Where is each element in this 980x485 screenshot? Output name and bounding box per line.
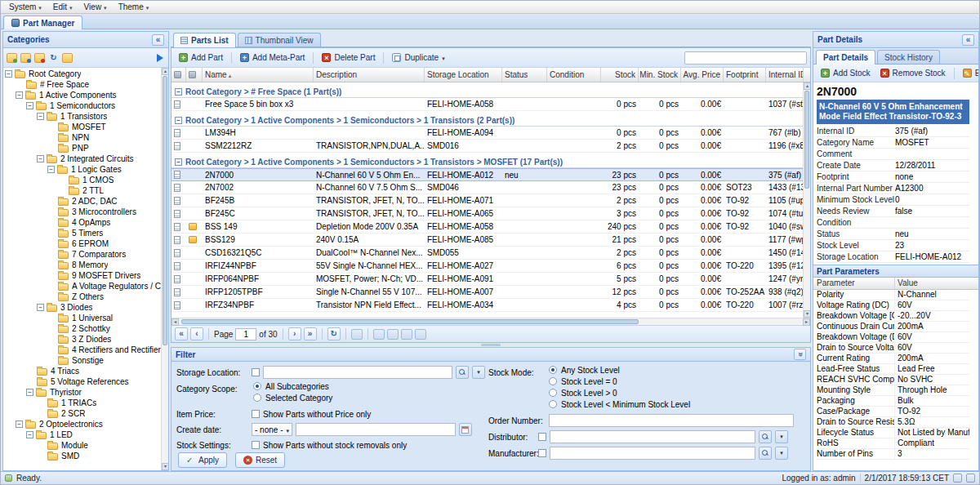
tree-node[interactable]: 1 Semiconductors xyxy=(3,100,168,111)
part-row[interactable]: BSS129240V 0.15AFELI-HOME-A08521 pcs0 pc… xyxy=(172,234,803,247)
part-row[interactable]: CSD16321Q5CDualCool™ N-Channel Nex...SMD… xyxy=(172,247,803,260)
manufacturer-search-icon[interactable] xyxy=(759,447,772,460)
radio-option[interactable]: Stock Level = 0 xyxy=(549,376,690,387)
menu-system[interactable]: System xyxy=(3,2,47,12)
tree-node[interactable]: SMD xyxy=(3,451,168,461)
collapse-toggle-icon[interactable] xyxy=(37,113,44,120)
tree-node[interactable]: 4 Rectifiers and Rectifier Diodes xyxy=(3,345,168,355)
first-page-button[interactable] xyxy=(175,327,188,340)
collapse-filter-button[interactable] xyxy=(794,349,806,360)
grid-vertical-scrollbar[interactable] xyxy=(803,82,810,318)
remove-stock-button[interactable]: Remove Stock xyxy=(876,66,950,80)
tree-node[interactable]: 1 Universal xyxy=(3,313,168,323)
tree-node[interactable]: 3 Diodes xyxy=(3,302,168,313)
storage-location-search-icon[interactable] xyxy=(456,366,469,379)
add-stock-button[interactable]: Add Stock xyxy=(817,66,875,80)
tree-node[interactable]: 1 Active Components xyxy=(3,90,168,100)
tree-node[interactable]: 7 Comparators xyxy=(3,249,168,260)
tree-node[interactable]: 9 MOSFET Drivers xyxy=(3,270,168,281)
tab-parts-list[interactable]: Parts List xyxy=(173,33,236,47)
group-row[interactable]: Root Category > 1 Active Components > 1 … xyxy=(172,153,803,168)
column-header-name[interactable]: Name xyxy=(203,68,314,82)
tree-node[interactable]: 4 Triacs xyxy=(3,366,168,376)
collapse-toggle-icon[interactable] xyxy=(26,102,33,109)
tree-node[interactable]: 1 Logic Gates xyxy=(3,164,168,175)
apply-button[interactable]: Apply xyxy=(178,452,227,468)
duplicate-button[interactable]: Duplicate xyxy=(388,51,448,65)
apply-category-filter-icon[interactable] xyxy=(157,54,163,62)
tree-node[interactable]: 4 OpAmps xyxy=(3,217,168,228)
distributor-checkbox[interactable] xyxy=(538,433,546,441)
menu-edit[interactable]: Edit xyxy=(47,2,78,12)
tree-node[interactable]: 5 Voltage References xyxy=(3,376,168,387)
reload-categories-icon[interactable] xyxy=(48,53,59,63)
scroll-thumb[interactable] xyxy=(804,91,809,189)
connection-icon[interactable] xyxy=(953,474,962,483)
export-grid-icon[interactable] xyxy=(415,329,426,340)
edit-category-icon[interactable] xyxy=(20,53,31,63)
part-row[interactable]: BF245BTRANSISTOR, JFET, N, TO...FELI-HOM… xyxy=(172,194,803,207)
tree-node[interactable]: 2 Integrated Circuits xyxy=(3,154,168,164)
tree-node[interactable]: 8 Memory xyxy=(3,260,168,270)
tree-node[interactable]: Root Category xyxy=(3,69,168,79)
tree-node[interactable]: 2 Schottky xyxy=(3,323,168,334)
part-row[interactable]: 2N7000N-Channel 60 V 5 Ohm En...FELI-HOM… xyxy=(172,168,803,181)
manufacturer-input[interactable] xyxy=(550,447,755,460)
add-part-button[interactable]: Add Part xyxy=(175,51,227,65)
column-header-min-stock[interactable]: Min. Stock xyxy=(639,68,681,82)
tree-node[interactable]: 6 EPROM xyxy=(3,238,168,249)
distributor-input[interactable] xyxy=(550,430,755,443)
collapse-toggle-icon[interactable] xyxy=(16,420,23,428)
part-row[interactable]: IRFP064NPBFMOSFET, Power; N-Ch; VD...FEL… xyxy=(172,273,803,286)
scroll-left-icon[interactable] xyxy=(172,318,179,326)
scroll-down-icon[interactable] xyxy=(162,463,168,470)
tree-node[interactable]: 1 Transistors xyxy=(3,111,168,122)
search-input[interactable] xyxy=(684,51,807,65)
group-row[interactable]: Root Category > 1 Active Components > 1 … xyxy=(172,111,803,127)
tree-node[interactable]: 1 LED xyxy=(3,429,168,440)
scroll-thumb[interactable] xyxy=(181,319,639,324)
radio-option[interactable]: Stock Level > 0 xyxy=(549,387,690,398)
add-category-icon[interactable] xyxy=(7,53,17,63)
distributor-dropdown-icon[interactable] xyxy=(775,430,788,443)
tree-node[interactable]: # Free Space xyxy=(3,79,168,90)
tree-node[interactable]: 2 ADC, DAC xyxy=(3,196,168,207)
tree-node[interactable]: 1 TRIACs xyxy=(3,398,168,408)
categories-scrollbar[interactable] xyxy=(161,68,168,470)
create-date-input[interactable] xyxy=(296,423,456,436)
tab-part-manager[interactable]: Part Manager xyxy=(3,16,82,29)
expand-grid-icon[interactable] xyxy=(401,329,412,340)
collapse-toggle-icon[interactable] xyxy=(5,70,12,78)
tree-node[interactable]: 2 Optoelectronics xyxy=(3,419,168,429)
scroll-up-icon[interactable] xyxy=(804,82,810,90)
expand-all-icon[interactable] xyxy=(62,53,73,63)
collapse-toggle-icon[interactable] xyxy=(26,389,33,396)
tree-node[interactable]: Thyristor xyxy=(3,387,168,398)
prev-page-button[interactable] xyxy=(190,327,203,340)
scroll-down-icon[interactable] xyxy=(804,310,810,318)
column-header-icon-1[interactable] xyxy=(186,68,203,82)
part-row[interactable]: BF245CTRANSISTOR, JFET, N, TO...FELI-HOM… xyxy=(172,207,803,220)
distributor-search-icon[interactable] xyxy=(759,430,772,443)
tree-node[interactable]: Z Others xyxy=(3,291,168,302)
tree-node[interactable]: 3 Z Diodes xyxy=(3,334,168,345)
tab-stock-history[interactable]: Stock History xyxy=(877,50,940,64)
tree-node[interactable]: NPN xyxy=(3,132,168,143)
page-input[interactable] xyxy=(235,328,256,340)
add-meta-part-button[interactable]: Add Meta-Part xyxy=(236,51,309,65)
part-row[interactable]: 2N7002N-Channel 60 V 7.5 Ohm S...SMD0462… xyxy=(172,181,803,194)
radio-option[interactable]: Selected Category xyxy=(253,392,332,403)
collapse-toggle-icon[interactable] xyxy=(37,155,44,162)
part-row[interactable]: LM394HFELI-HOME-A0940 pcs0 pcs0.00€767 (… xyxy=(172,127,803,140)
scroll-right-icon[interactable] xyxy=(803,318,810,326)
edit-part-button[interactable]: Edit Part xyxy=(959,66,979,80)
delete-category-icon[interactable] xyxy=(34,53,45,63)
parameter-column-header[interactable]: Parameter xyxy=(817,278,895,289)
tree-node[interactable]: 3 Microcontrollers xyxy=(3,207,168,217)
tree-node[interactable]: 2 TTL xyxy=(3,185,168,196)
stock-settings-checkbox[interactable] xyxy=(252,441,260,449)
collapse-categories-button[interactable] xyxy=(152,34,164,46)
value-column-header[interactable]: Value xyxy=(895,278,918,289)
menu-theme[interactable]: Theme xyxy=(113,2,155,12)
order-number-input[interactable] xyxy=(549,414,794,427)
